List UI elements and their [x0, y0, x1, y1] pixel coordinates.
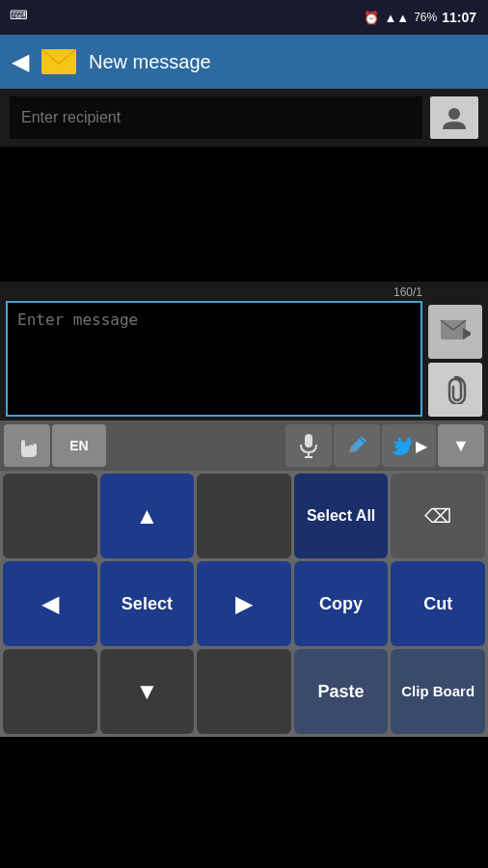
send-icon — [440, 318, 471, 345]
svg-point-1 — [448, 108, 460, 120]
keyboard-area: ▲ Select All ⌫ ◀ Select ▶ Copy Cut ▼ Pas… — [0, 471, 488, 737]
arrow-down-key[interactable]: ▼ — [100, 649, 195, 734]
keyboard-toolbar: EN ▶ ▼ — [0, 420, 488, 471]
envelope-icon — [41, 48, 77, 75]
header-title: New message — [89, 51, 211, 73]
message-area: 160/1 — [0, 282, 488, 420]
key-empty-1 — [3, 474, 97, 558]
contact-picker-button[interactable] — [430, 96, 478, 139]
message-counter: 160/1 — [6, 285, 422, 299]
key-empty-3 — [3, 649, 97, 734]
alarm-icon: ⏰ — [364, 11, 379, 25]
attach-icon — [442, 375, 469, 404]
arrow-left-key[interactable]: ◀ — [3, 561, 97, 646]
twitter-icon — [391, 435, 416, 456]
copy-key[interactable]: Copy — [294, 561, 389, 646]
clipboard-key[interactable]: Clip Board — [391, 649, 485, 734]
key-empty-2 — [197, 474, 291, 558]
gesture-input-button[interactable] — [4, 424, 50, 467]
up-arrow-icon: ▲ — [136, 502, 159, 529]
pencil-icon — [346, 435, 367, 456]
microphone-button[interactable] — [285, 424, 332, 467]
microphone-icon — [298, 433, 319, 458]
right-arrow-icon: ▶ — [235, 590, 253, 617]
select-all-label: Select All — [307, 506, 375, 525]
chevron-down-icon: ▼ — [452, 436, 470, 456]
svg-marker-3 — [463, 328, 471, 339]
select-label: Select — [122, 594, 173, 614]
battery-text: 76% — [414, 11, 437, 24]
recipient-area — [0, 89, 488, 147]
message-side-buttons — [428, 285, 482, 417]
cut-key[interactable]: Cut — [391, 561, 485, 646]
message-input-wrapper: 160/1 — [6, 285, 422, 420]
backspace-icon: ⌫ — [424, 504, 451, 528]
language-button[interactable]: EN — [52, 424, 106, 467]
hand-gesture-icon — [14, 432, 41, 459]
recipient-input[interactable] — [10, 96, 422, 139]
attach-button[interactable] — [428, 363, 482, 417]
status-bar: ⌨ ⏰ ▲▲ 76% 11:07 — [0, 0, 488, 35]
select-all-key[interactable]: Select All — [294, 474, 389, 558]
twitter-button[interactable]: ▶ — [382, 424, 436, 467]
back-button[interactable]: ◀ — [12, 48, 29, 75]
person-icon — [441, 104, 468, 131]
arrow-up-key[interactable]: ▲ — [100, 474, 195, 558]
paste-key[interactable]: Paste — [294, 649, 389, 734]
signal-icon: ▲▲ — [384, 11, 409, 25]
select-key[interactable]: Select — [100, 561, 195, 646]
status-icons: ⏰ ▲▲ 76% 11:07 — [364, 10, 476, 25]
keyboard-hide-button[interactable]: ▼ — [438, 424, 484, 467]
message-input[interactable] — [6, 301, 422, 417]
cut-label: Cut — [423, 594, 452, 614]
send-button[interactable] — [428, 305, 482, 359]
left-arrow-icon: ◀ — [41, 590, 59, 617]
content-area — [0, 147, 488, 282]
paste-label: Paste — [318, 682, 365, 702]
app-header: ◀ New message — [0, 35, 488, 89]
language-label: EN — [69, 438, 88, 453]
svg-rect-4 — [305, 434, 312, 448]
backspace-key[interactable]: ⌫ — [391, 474, 485, 558]
copy-label: Copy — [319, 594, 363, 614]
key-empty-4 — [197, 649, 291, 734]
arrow-right-icon: ▶ — [416, 437, 427, 455]
time-display: 11:07 — [442, 10, 476, 25]
clipboard-label: Clip Board — [401, 683, 474, 700]
arrow-right-key[interactable]: ▶ — [197, 561, 291, 646]
pencil-button[interactable] — [334, 424, 380, 467]
down-arrow-icon: ▼ — [136, 678, 159, 705]
keyboard-icon: ⌨ — [10, 8, 28, 22]
